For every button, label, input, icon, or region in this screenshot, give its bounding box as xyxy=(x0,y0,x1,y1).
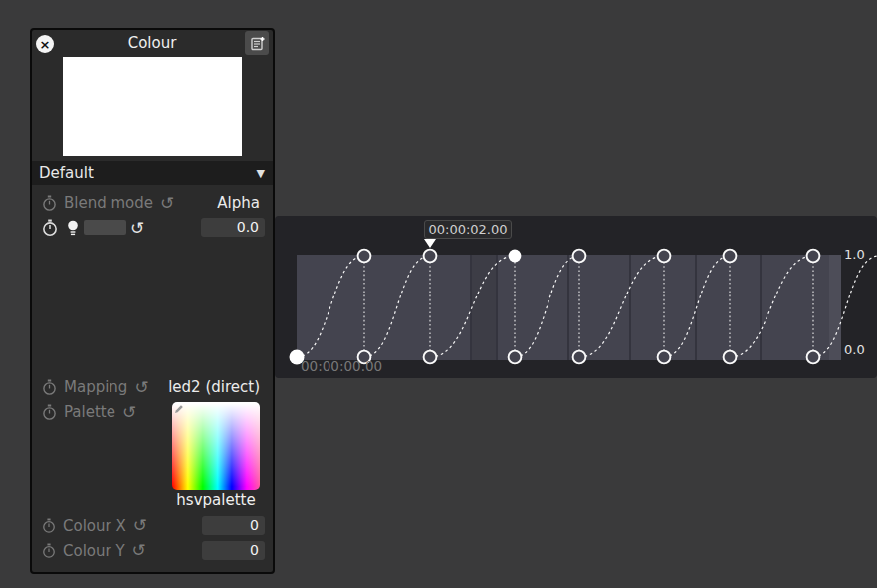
add-note-icon xyxy=(250,36,265,51)
automation-clock-icon[interactable] xyxy=(42,379,57,396)
keyframe-bottom[interactable] xyxy=(509,351,522,364)
bulb-icon[interactable] xyxy=(67,220,79,237)
mapping-label: Mapping xyxy=(64,378,127,396)
keyframe-bottom[interactable] xyxy=(424,351,437,364)
colour-x-field[interactable]: 0 xyxy=(202,516,265,535)
mapping-value[interactable]: led2 (direct) xyxy=(168,378,260,396)
reset-icon[interactable]: ↺ xyxy=(122,404,136,421)
keyframe-top[interactable] xyxy=(724,250,737,263)
keyframe-bottom[interactable] xyxy=(573,351,586,364)
keyframe-bottom[interactable] xyxy=(724,351,737,364)
colour-x-row: Colour X ↺ 0 xyxy=(32,516,273,535)
pencil-icon xyxy=(173,403,185,415)
keyframe-bottom[interactable] xyxy=(807,351,820,364)
keyframe-top[interactable] xyxy=(573,250,586,263)
time-cursor-tooltip: 00:00:02.00 xyxy=(424,220,512,239)
value-min-label: 0.0 xyxy=(844,342,865,357)
automation-clock-icon[interactable] xyxy=(42,219,58,237)
add-note-button[interactable] xyxy=(245,31,269,55)
alpha-row: ↺ 0.0 xyxy=(32,218,273,238)
colour-x-label: Colour X xyxy=(63,517,126,535)
keyframe-selected[interactable] xyxy=(509,250,522,263)
colour-y-field[interactable]: 0 xyxy=(202,541,265,560)
preset-dropdown[interactable]: Default ▼ xyxy=(32,161,273,185)
reset-icon[interactable]: ↺ xyxy=(134,379,148,396)
timeline-start-label: 00:00:00.00 xyxy=(301,358,382,374)
blend-mode-value[interactable]: Alpha xyxy=(217,194,260,212)
automation-clock-icon[interactable] xyxy=(42,404,57,421)
keyframe-top[interactable] xyxy=(424,250,437,263)
alpha-value-field[interactable]: 0.0 xyxy=(201,218,265,237)
colour-y-row: Colour Y ↺ 0 xyxy=(32,541,273,560)
mapping-row: Mapping ↺ led2 (direct) xyxy=(32,376,273,398)
hsv-palette-swatch[interactable] xyxy=(172,402,260,490)
colour-y-label: Colour Y xyxy=(63,542,125,560)
automation-clock-icon[interactable] xyxy=(42,543,56,559)
value-max-label: 1.0 xyxy=(844,247,865,262)
keyframe-top[interactable] xyxy=(807,250,820,263)
panel-header: × Colour xyxy=(32,30,273,56)
automation-clock-icon[interactable] xyxy=(42,518,56,534)
palette-name: hsvpalette xyxy=(172,491,260,509)
blend-mode-label: Blend mode xyxy=(64,194,153,212)
colour-preview-swatch[interactable] xyxy=(63,57,242,156)
panel-title: Colour xyxy=(32,34,273,52)
automation-ramp-curve xyxy=(297,256,877,357)
reset-icon[interactable]: ↺ xyxy=(132,542,146,559)
reset-icon[interactable]: ↺ xyxy=(160,195,174,212)
keyframe-bottom[interactable] xyxy=(658,351,671,364)
reset-icon[interactable]: ↺ xyxy=(130,220,144,237)
preset-value: Default xyxy=(39,164,94,182)
alpha-slider[interactable] xyxy=(84,220,126,235)
timeline-panel: 00:00:02.00 00:00:00.00 1.0 0.0 xyxy=(275,216,877,378)
keyframe-top[interactable] xyxy=(658,250,671,263)
time-cursor-icon[interactable] xyxy=(424,239,436,248)
colour-inspector-panel: × Colour Default ▼ xyxy=(30,28,275,574)
keyframe-top[interactable] xyxy=(358,250,371,263)
automation-clock-icon[interactable] xyxy=(42,195,57,212)
chevron-down-icon: ▼ xyxy=(257,167,265,180)
reset-icon[interactable]: ↺ xyxy=(133,517,147,534)
curve-svg[interactable] xyxy=(275,216,877,378)
palette-label: Palette xyxy=(64,403,115,421)
blend-mode-row: Blend mode ↺ Alpha xyxy=(32,192,273,214)
